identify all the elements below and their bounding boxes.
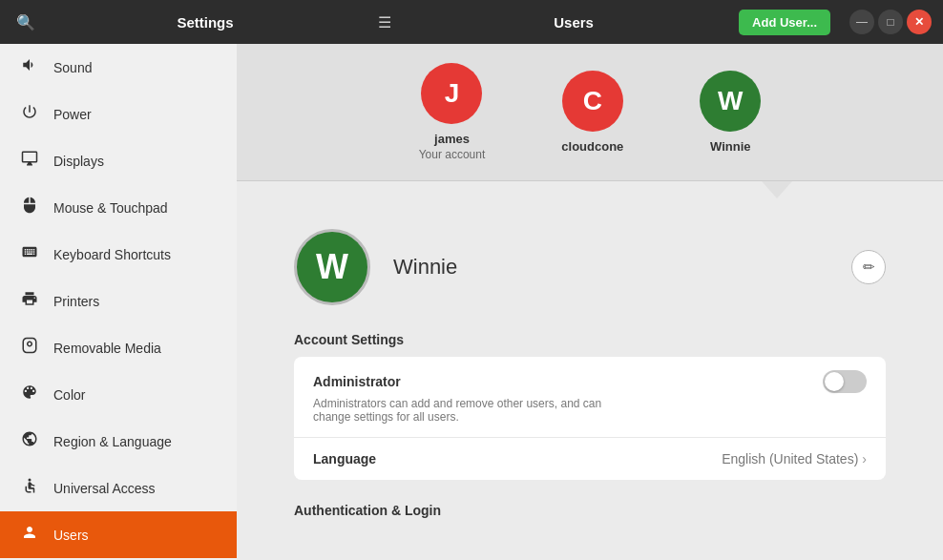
removable-icon bbox=[19, 337, 40, 359]
power-icon bbox=[19, 103, 40, 125]
sidebar-item-printers[interactable]: Printers bbox=[0, 278, 237, 324]
sidebar: Sound Power Displays Mouse & Touchpad Ke… bbox=[0, 44, 237, 560]
search-button[interactable]: 🔍 bbox=[11, 8, 40, 36]
page-title: Users bbox=[409, 14, 739, 31]
sidebar-item-label-printers: Printers bbox=[53, 294, 99, 309]
displays-icon bbox=[19, 150, 40, 172]
language-value: English (United States) bbox=[722, 451, 858, 467]
sidebar-item-label-keyboard: Keyboard Shortcuts bbox=[53, 247, 171, 262]
sidebar-item-universal[interactable]: Universal Access bbox=[0, 465, 237, 511]
sidebar-item-label-users: Users bbox=[53, 528, 89, 543]
selected-user-avatar: W bbox=[294, 229, 370, 305]
account-settings-card: Administrator Administrators can add and… bbox=[294, 357, 886, 480]
auth-section-title: Authentication & Login bbox=[294, 503, 886, 518]
main-content: Sound Power Displays Mouse & Touchpad Ke… bbox=[0, 44, 943, 560]
sidebar-item-displays[interactable]: Displays bbox=[0, 137, 237, 184]
account-settings-title: Account Settings bbox=[294, 332, 886, 347]
strip-arrow-triangle bbox=[762, 181, 792, 198]
language-row[interactable]: Language English (United States) › bbox=[294, 438, 886, 480]
search-icon: 🔍 bbox=[16, 13, 35, 31]
user-avatar-wrap-james[interactable]: J james Your account bbox=[419, 63, 486, 161]
mouse-icon bbox=[19, 197, 40, 218]
edit-user-button[interactable]: ✏ bbox=[851, 250, 886, 284]
sidebar-item-label-displays: Displays bbox=[53, 154, 104, 169]
sound-icon bbox=[19, 56, 40, 78]
sidebar-item-label-power: Power bbox=[53, 107, 92, 122]
menu-icon: ☰ bbox=[378, 13, 391, 31]
user-avatar-cloudcone: C bbox=[562, 71, 623, 132]
user-avatar-james: J bbox=[421, 63, 482, 124]
sidebar-item-keyboard[interactable]: Keyboard Shortcuts bbox=[0, 231, 237, 278]
administrator-row-top: Administrator bbox=[313, 370, 867, 393]
administrator-toggle[interactable] bbox=[823, 370, 867, 393]
detail-area: W Winnie ✏ Account Settings Administrato… bbox=[237, 200, 943, 560]
sidebar-item-label-color: Color bbox=[53, 387, 85, 403]
administrator-desc: Administrators can add and remove other … bbox=[313, 397, 638, 424]
selected-avatar-initial: W bbox=[316, 247, 348, 287]
user-sub-james: Your account bbox=[419, 148, 486, 161]
add-user-button[interactable]: Add User... bbox=[739, 10, 830, 35]
language-row-inline: Language English (United States) › bbox=[313, 451, 867, 467]
sidebar-item-region[interactable]: Region & Language bbox=[0, 418, 237, 465]
sidebar-item-label-sound: Sound bbox=[53, 60, 92, 75]
language-label: Language bbox=[313, 451, 376, 467]
app-title: Settings bbox=[40, 14, 370, 31]
chevron-right-icon: › bbox=[862, 451, 867, 467]
universal-icon bbox=[19, 477, 40, 499]
selected-user-name: Winnie bbox=[393, 255, 828, 280]
sidebar-item-color[interactable]: Color bbox=[0, 371, 237, 418]
toggle-knob bbox=[825, 372, 844, 391]
administrator-row: Administrator Administrators can add and… bbox=[294, 357, 886, 438]
sidebar-item-users[interactable]: Users bbox=[0, 511, 237, 558]
svg-point-0 bbox=[29, 479, 31, 482]
sidebar-item-label-universal: Universal Access bbox=[53, 481, 156, 496]
sidebar-item-label-removable: Removable Media bbox=[53, 341, 161, 356]
users-icon bbox=[19, 524, 40, 546]
keyboard-icon bbox=[19, 243, 40, 265]
sidebar-item-removable[interactable]: Removable Media bbox=[0, 324, 237, 371]
sidebar-item-label-mouse: Mouse & Touchpad bbox=[53, 200, 168, 216]
user-name-cloudcone: cloudcone bbox=[561, 139, 623, 154]
selected-user-header: W Winnie ✏ bbox=[294, 229, 886, 305]
user-name-winnie: Winnie bbox=[710, 139, 751, 154]
user-avatar-wrap-winnie[interactable]: W Winnie bbox=[700, 71, 761, 154]
maximize-button[interactable]: □ bbox=[878, 10, 903, 34]
titlebar: 🔍 Settings ☰ Users Add User... — □ ✕ bbox=[0, 0, 943, 44]
strip-arrow-container bbox=[237, 181, 943, 200]
user-avatar-wrap-cloudcone[interactable]: C cloudcone bbox=[561, 71, 623, 154]
right-panel: J james Your account C cloudcone W Winni… bbox=[237, 44, 943, 560]
user-avatar-winnie: W bbox=[700, 71, 761, 132]
color-icon bbox=[19, 384, 40, 405]
users-strip: J james Your account C cloudcone W Winni… bbox=[237, 44, 943, 181]
close-button[interactable]: ✕ bbox=[907, 10, 932, 34]
sidebar-item-mouse[interactable]: Mouse & Touchpad bbox=[0, 184, 237, 231]
administrator-label: Administrator bbox=[313, 374, 401, 389]
minimize-button[interactable]: — bbox=[849, 10, 874, 34]
sidebar-item-label-region: Region & Language bbox=[53, 434, 172, 449]
user-name-james: james bbox=[434, 132, 470, 146]
sidebar-item-power[interactable]: Power bbox=[0, 91, 237, 137]
sidebar-item-sound[interactable]: Sound bbox=[0, 44, 237, 91]
region-icon bbox=[19, 430, 40, 452]
menu-button[interactable]: ☰ bbox=[370, 8, 399, 36]
edit-icon: ✏ bbox=[863, 259, 875, 276]
language-value-container: English (United States) › bbox=[722, 451, 867, 467]
printers-icon bbox=[19, 290, 40, 312]
